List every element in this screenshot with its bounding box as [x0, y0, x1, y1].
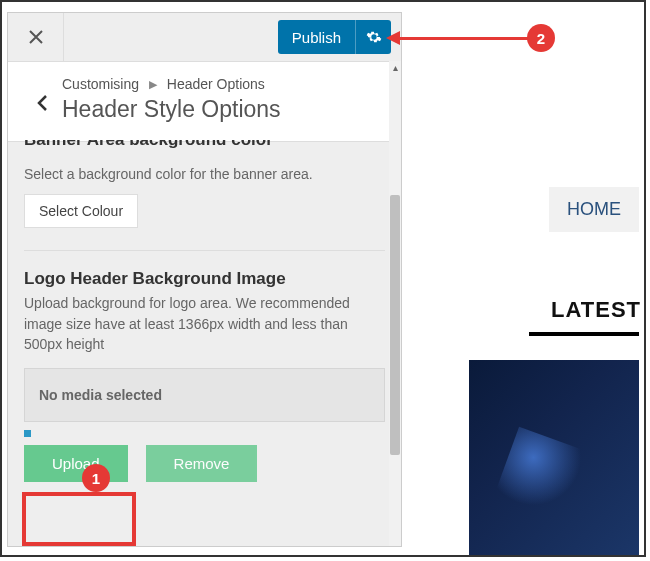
upload-button[interactable]: Upload	[24, 445, 128, 482]
close-icon[interactable]	[8, 13, 64, 61]
annotation-arrow-head	[386, 31, 400, 45]
latest-underline	[529, 332, 639, 336]
breadcrumb: Customising ▶ Header Options	[62, 76, 387, 92]
customizer-topbar: Publish	[8, 13, 401, 62]
publish-button[interactable]: Publish	[278, 20, 355, 54]
breadcrumb-panel: Customising ▶ Header Options Header Styl…	[8, 62, 401, 142]
post-thumbnail[interactable]	[469, 360, 639, 555]
remove-button[interactable]: Remove	[146, 445, 258, 482]
annotation-arrow-line	[399, 37, 534, 40]
resize-handle-icon	[24, 430, 31, 437]
logo-section-desc: Upload background for logo area. We reco…	[24, 293, 385, 354]
scroll-up-icon[interactable]: ▴	[389, 61, 401, 75]
latest-heading: LATEST	[551, 297, 641, 323]
breadcrumb-root: Customising	[62, 76, 139, 92]
select-colour-button[interactable]: Select Colour	[24, 194, 138, 228]
back-button[interactable]	[22, 76, 62, 112]
annotation-badge-2: 2	[527, 24, 555, 52]
site-preview: HOME LATEST	[402, 12, 639, 550]
page-title: Header Style Options	[62, 96, 387, 123]
panel-body: Banner Area background color Select a ba…	[8, 142, 401, 498]
chevron-right-icon: ▶	[149, 78, 157, 90]
scrollbar[interactable]: ▴	[389, 61, 401, 546]
banner-section-heading-cut: Banner Area background color	[24, 140, 385, 150]
breadcrumb-parent: Header Options	[167, 76, 265, 92]
logo-section-heading: Logo Header Background Image	[24, 269, 385, 289]
nav-home[interactable]: HOME	[549, 187, 639, 232]
divider	[24, 250, 385, 251]
chevron-left-icon	[36, 94, 48, 112]
customizer-sidebar: Publish Customising ▶ Header Options Hea…	[7, 12, 402, 547]
scroll-thumb[interactable]	[390, 195, 400, 455]
no-media-label: No media selected	[39, 387, 162, 403]
banner-section-desc: Select a background color for the banner…	[24, 164, 385, 184]
media-placeholder: No media selected	[24, 368, 385, 422]
annotation-badge-1: 1	[82, 464, 110, 492]
gear-icon	[366, 29, 382, 45]
